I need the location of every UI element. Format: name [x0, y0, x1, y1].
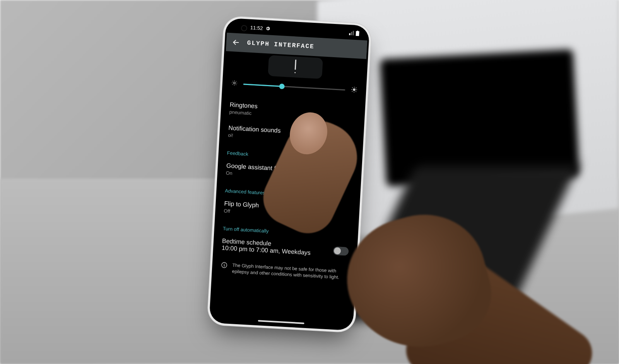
flip-to-glyph-row[interactable]: Flip to Glyph Off: [223, 195, 351, 225]
bedtime-toggle[interactable]: [333, 247, 349, 256]
info-text: The Glyph Interface may not be safe for …: [232, 262, 347, 281]
battery-icon: [356, 31, 359, 36]
phone-screen: 11:52 GLYPH INTERFAC: [210, 19, 368, 329]
page-title: GLYPH INTERFACE: [247, 39, 315, 50]
brightness-low-icon: [231, 79, 238, 88]
gesture-bar[interactable]: [258, 320, 304, 324]
gear-icon: [265, 26, 270, 31]
settings-content: Ringtones pneumatic Notification sounds …: [213, 53, 366, 287]
info-icon: [221, 261, 228, 270]
brightness-high-icon: [351, 86, 358, 95]
glyph-preview: [268, 55, 323, 79]
svg-point-0: [233, 82, 235, 84]
signal-icon: [349, 31, 354, 36]
phone-frame: 11:52 GLYPH INTERFAC: [207, 15, 372, 333]
phone-in-hand: 11:52 GLYPH INTERFAC: [207, 15, 372, 333]
phone-bezel: 11:52 GLYPH INTERFAC: [209, 18, 370, 331]
svg-point-1: [353, 88, 356, 91]
back-button[interactable]: [231, 38, 240, 47]
status-time: 11:52: [250, 24, 263, 31]
assistant-feedback-row[interactable]: Google assistant feedback On: [226, 157, 354, 187]
brightness-row: [231, 79, 358, 95]
brightness-slider[interactable]: [243, 80, 345, 94]
tablet-on-desk: [384, 53, 576, 183]
